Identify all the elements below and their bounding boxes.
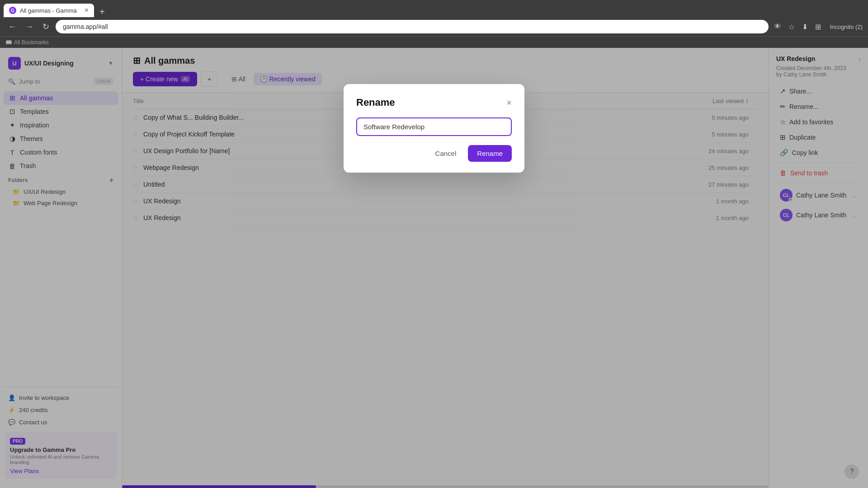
modal-title: Rename <box>356 97 395 108</box>
modal-header: Rename × <box>356 97 512 108</box>
refresh-button[interactable]: ↻ <box>40 20 52 33</box>
new-tab-button[interactable]: + <box>96 7 108 17</box>
eye-icon: 👁 <box>772 21 783 33</box>
forward-button[interactable]: → <box>23 20 36 33</box>
incognito-label: Incognito (2) <box>830 23 863 30</box>
rename-modal: Rename × Cancel Rename <box>344 84 524 173</box>
browser-toolbar: ← → ↻ 👁 ☆ ⬇ ⊞ Incognito (2) <box>0 17 868 36</box>
active-tab[interactable]: G All gammas - Gamma × <box>4 4 94 17</box>
bookmarks-bar: 📖 All Bookmarks <box>0 36 868 48</box>
address-bar[interactable] <box>56 20 769 33</box>
back-button[interactable]: ← <box>5 20 19 33</box>
profile-icon[interactable]: ⊞ <box>813 21 823 33</box>
tab-close-button[interactable]: × <box>85 6 89 14</box>
rename-input[interactable] <box>356 117 512 136</box>
star-icon[interactable]: ☆ <box>787 21 797 33</box>
modal-actions: Cancel Rename <box>356 145 512 162</box>
bookmarks-label: All Bookmarks <box>14 39 49 46</box>
tab-title: All gammas - Gamma <box>20 7 77 14</box>
modal-overlay: Rename × Cancel Rename <box>0 48 868 488</box>
modal-close-button[interactable]: × <box>506 98 512 107</box>
browser-tabs-bar: G All gammas - Gamma × + <box>0 0 868 17</box>
toolbar-actions: 👁 ☆ ⬇ ⊞ Incognito (2) <box>772 21 863 33</box>
rename-button[interactable]: Rename <box>468 145 512 162</box>
download-icon[interactable]: ⬇ <box>800 21 810 33</box>
cancel-button[interactable]: Cancel <box>428 145 464 162</box>
tab-favicon: G <box>9 7 16 14</box>
